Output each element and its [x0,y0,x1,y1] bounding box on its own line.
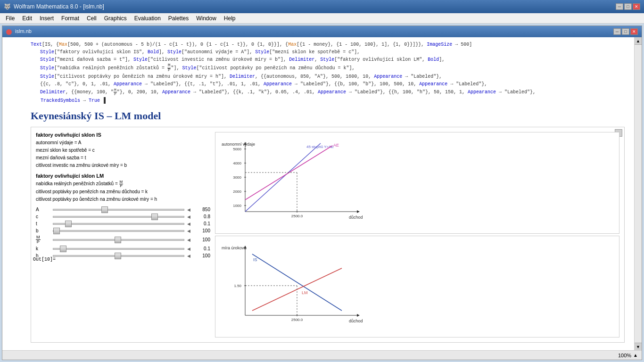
code-line-6: {{c, .8, "c"}, 0, 1, .01, Appearance → "… [31,81,625,88]
code-line-3: Style["mezní daňová sazba = t"], Style["… [31,56,625,63]
svg-line-34 [252,254,342,311]
menu-edit[interactable]: Edit [18,14,36,23]
doc-maximize-button[interactable]: □ [622,28,629,35]
top-chart-svg: autonomní výdaje 5000 4000 [219,136,365,228]
slider-mp-thumb[interactable] [115,237,121,243]
notebook-content: Text[IS, {Max[500, 500 + (autonomous - 5… [2,37,642,350]
slider-a-track[interactable] [53,209,184,211]
menu-help[interactable]: Help [220,14,239,23]
factor-lm-item-1: citlivost poptávky po penězích na změnu … [36,188,210,196]
slider-t-track[interactable] [53,223,184,225]
slider-a-value: 850 [191,207,210,212]
slider-a-thumb[interactable] [101,206,108,213]
slider-k-label: k [36,246,50,251]
notebook-scroll[interactable]: Text[IS, {Max[500, 500 + (autonomous - 5… [2,37,634,350]
scroll-down-button[interactable]: ▼ [635,343,642,350]
factor-lm-title: faktory ovlivňující sklon LM [36,173,210,179]
menu-window[interactable]: Window [192,14,220,23]
code-line-2: Style["faktory ovlivňující sklon IS", Bo… [31,49,625,56]
doc-minimize-button[interactable]: ─ [613,28,621,35]
svg-text:míra úroková: míra úroková [222,246,247,250]
svg-line-18 [245,143,321,212]
svg-text:AE: AE [333,143,339,148]
menu-format[interactable]: Format [58,14,83,23]
menu-cell[interactable]: Cell [83,14,100,23]
factor-lm-item-0: nabídka reálných peněžních zůstatků = MP [36,180,210,188]
interactive-panel: × Out[10]= faktory ovlivňující sklon IS … [31,127,625,343]
slider-c-value: 0.8 [191,214,210,219]
section-title: Keynesiánský IS – LM model [31,110,625,122]
status-bar: 100% ▲ [2,350,642,360]
doc-title: islm.nb [6,28,32,34]
slider-t-value: 0.1 [191,221,210,226]
title-bar: 🐺 Wolfram Mathematica 8.0 - [islm.nb] ─ … [0,0,644,13]
svg-text:2500.0: 2500.0 [291,214,303,218]
close-button[interactable]: ✕ [633,3,640,10]
menu-palettes[interactable]: Palettes [165,14,192,23]
slider-k-thumb[interactable] [60,246,66,252]
menu-insert[interactable]: Insert [36,14,58,23]
menu-file[interactable]: File [2,14,18,23]
code-line-8: TrackedSymbols → True [31,97,106,105]
code-line-5: Style["citlivost poptávky po ůenězích na… [31,73,625,80]
slider-h-thumb[interactable] [115,253,121,259]
slider-k-row: k ◀ 0.1 [36,246,210,251]
slider-b-row: b ◀ 100 [36,228,210,233]
menu-graphics[interactable]: Graphics [100,14,131,23]
code-line-4: Style["nabídka reálných peněžních zůstat… [31,64,625,73]
svg-text:5000: 5000 [233,147,241,151]
title-bar-controls[interactable]: ─ □ ✕ [616,3,640,10]
zoom-up-button[interactable]: ▲ [633,353,638,358]
doc-close-button[interactable]: ✕ [630,28,638,35]
svg-text:LM: LM [302,290,308,295]
charts-area: autonomní výdaje 5000 4000 [215,132,619,337]
factor-is-item-3: citlivost investic na změnu úrokové míry… [36,162,210,169]
slider-t-thumb[interactable] [65,221,72,227]
factor-lm-item-2: citlivost poptávky po ůenězích na změnu … [36,196,210,203]
svg-text:4000: 4000 [233,161,241,165]
svg-text:důchod: důchod [349,319,363,323]
slider-k-track[interactable] [53,248,184,250]
slider-c-track[interactable] [53,216,184,218]
minimize-button[interactable]: ─ [616,3,623,10]
out-label: Out[10]= [33,257,56,262]
bottom-chart-svg: míra úroková důchod 2500.0 [219,240,365,332]
svg-marker-28 [357,314,360,317]
menu-evaluation[interactable]: Evaluation [131,14,165,23]
doc-title-bar: islm.nb ─ □ ✕ [2,26,642,37]
maximize-button[interactable]: □ [624,3,632,10]
svg-text:IS: IS [253,257,257,262]
slider-b-track[interactable] [53,230,184,232]
slider-c-row: c ◀ 0.8 [36,214,210,219]
slider-mp-row: MP ◀ 100 [36,235,210,244]
slider-a-label: A [36,207,50,212]
scroll-up-button[interactable]: ▲ [635,37,642,45]
sliders-container: A ◀ 850 c [36,207,210,258]
slider-a-row: A ◀ 850 [36,207,210,212]
svg-text:45 stupňů Y=AE: 45 stupňů Y=AE [306,145,334,149]
svg-marker-4 [357,210,360,213]
slider-t-label: t [36,221,50,226]
title-bar-left: 🐺 Wolfram Mathematica 8.0 - [islm.nb] [4,3,104,10]
scrollbar[interactable]: ▲ ▼ [634,37,642,350]
slider-mp-track[interactable] [53,239,184,241]
svg-text:důchod: důchod [349,215,363,220]
factor-is-section: faktory ovlivňující sklon IS autonomní v… [36,132,210,169]
factor-is-item-0: autonomní výdaje = A [36,139,210,147]
slider-b-value: 100 [191,228,210,233]
slider-c-thumb[interactable] [151,214,158,220]
slider-mp-value: 100 [191,237,210,242]
doc-title-bar-controls[interactable]: ─ □ ✕ [613,28,638,35]
slider-t-row: t ◀ 0.1 [36,221,210,226]
app-title: Wolfram Mathematica 8.0 - [islm.nb] [14,3,104,10]
slider-b-thumb[interactable] [53,228,60,234]
menu-bar: File Edit Insert Format Cell Graphics Ev… [0,13,644,24]
factor-is-item-2: mezní daňová sazba = t [36,154,210,162]
doc-window: islm.nb ─ □ ✕ Text[IS, {Max[500, 500 + (… [2,25,642,360]
slider-mp-label: MP [36,235,50,244]
svg-text:2000: 2000 [233,189,241,194]
zoom-level: 100% [618,353,631,358]
code-line-1: Text[IS, {Max[500, 500 + (autonomous - 5… [31,41,625,48]
slider-h-track[interactable] [53,255,184,257]
factor-lm-section: faktory ovlivňující sklon LM nabídka reá… [36,173,210,203]
